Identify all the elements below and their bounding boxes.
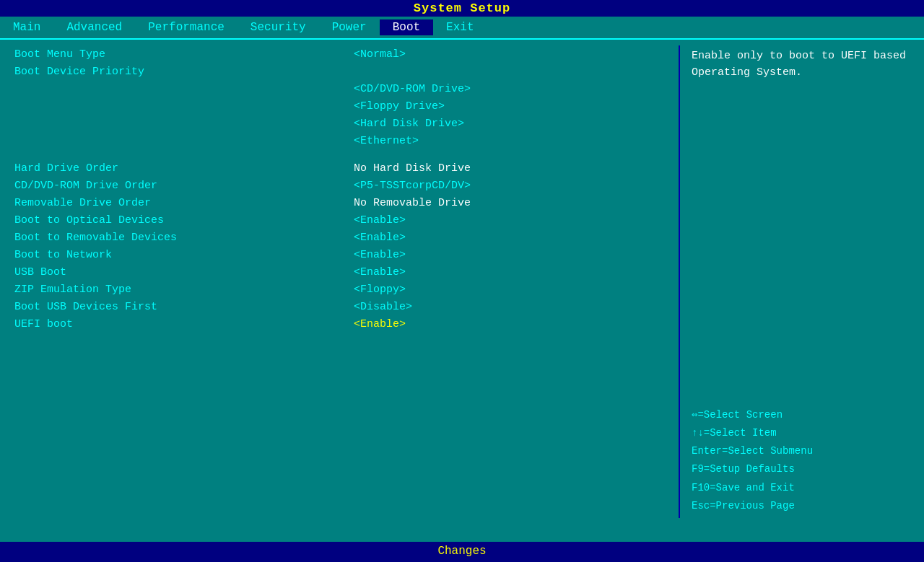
setting-label-row-15: UEFI boot	[14, 318, 346, 334]
key-help-item: ↑↓=Select Item	[692, 424, 912, 442]
setting-value-13[interactable]: <Floppy>	[354, 284, 406, 296]
setting-label-row-2	[14, 83, 346, 99]
setting-value-5[interactable]: <Ethernet>	[354, 135, 419, 147]
left-panel: Boot Menu TypeBoot Device PriorityHard D…	[0, 40, 679, 524]
title-text: System Setup	[414, 1, 510, 15]
setting-value-row-9: <Enable>	[354, 214, 664, 230]
menu-bar: MainAdvancedPerformanceSecurityPowerBoot…	[0, 17, 924, 40]
setting-value-row-5: <Ethernet>	[354, 135, 664, 151]
menu-item-power[interactable]: Power	[319, 19, 380, 35]
setting-value-row-10: <Enable>	[354, 232, 664, 247]
key-help-item: F9=Setup Defaults	[692, 460, 912, 478]
setting-label-row-1: Boot Device Priority	[14, 66, 346, 82]
settings-labels: Boot Menu TypeBoot Device PriorityHard D…	[14, 48, 346, 515]
setting-value-row-14: <Disable>	[354, 301, 664, 317]
setting-label-14[interactable]: Boot USB Devices First	[14, 301, 157, 313]
setting-label-row-9: Boot to Optical Devices	[14, 214, 346, 230]
setting-value-row-4: <Hard Disk Drive>	[354, 118, 664, 133]
main-content: Boot Menu TypeBoot Device PriorityHard D…	[0, 40, 924, 524]
setting-label-10[interactable]: Boot to Removable Devices	[14, 232, 177, 244]
setting-label-row-10: Boot to Removable Devices	[14, 232, 346, 247]
setting-value-12[interactable]: <Enable>	[354, 266, 406, 278]
key-help-item: Esc=Previous Page	[692, 497, 912, 515]
setting-label-6[interactable]: Hard Drive Order	[14, 162, 118, 175]
setting-label-9[interactable]: Boot to Optical Devices	[14, 214, 164, 227]
setting-label-row-7: CD/DVD-ROM Drive Order	[14, 180, 346, 196]
setting-label-11[interactable]: Boot to Network	[14, 249, 112, 261]
setting-value-row-6: No Hard Disk Drive	[354, 162, 664, 178]
setting-value-7[interactable]: <P5-TSSTcorpCD/DV>	[354, 180, 471, 192]
setting-value-10[interactable]: <Enable>	[354, 232, 406, 244]
status-bar: Changes	[0, 542, 924, 562]
setting-value-row-15: <Enable>	[354, 318, 664, 334]
setting-label-12[interactable]: USB Boot	[14, 266, 66, 278]
setting-label-row-4	[14, 118, 346, 133]
key-help: ⇔=Select Screen↑↓=Select ItemEnter=Selec…	[692, 406, 912, 515]
key-help-item: F10=Save and Exit	[692, 479, 912, 497]
setting-label-1[interactable]: Boot Device Priority	[14, 66, 144, 78]
right-panel: Enable only to boot to UEFI based Operat…	[680, 40, 924, 524]
menu-item-main[interactable]: Main	[0, 19, 53, 35]
setting-value-8[interactable]: No Removable Drive	[354, 197, 471, 209]
settings-values: <Normal><CD/DVD-ROM Drive><Floppy Drive>…	[346, 48, 664, 515]
setting-value-row-11: <Enable>	[354, 249, 664, 265]
setting-value-2[interactable]: <CD/DVD-ROM Drive>	[354, 83, 471, 95]
menu-item-advanced[interactable]: Advanced	[53, 19, 135, 35]
setting-label-row-5	[14, 135, 346, 151]
setting-value-3[interactable]: <Floppy Drive>	[354, 100, 445, 113]
key-help-item: ⇔=Select Screen	[692, 406, 912, 424]
menu-item-performance[interactable]: Performance	[135, 19, 237, 35]
help-description: Enable only to boot to UEFI based Operat…	[692, 48, 912, 81]
setting-value-15[interactable]: <Enable>	[354, 318, 406, 330]
setting-label-row-12: USB Boot	[14, 266, 346, 282]
menu-item-exit[interactable]: Exit	[433, 19, 487, 35]
setting-value-row-7: <P5-TSSTcorpCD/DV>	[354, 180, 664, 196]
setting-label-13[interactable]: ZIP Emulation Type	[14, 284, 131, 296]
setting-label-row-0: Boot Menu Type	[14, 48, 346, 64]
setting-value-14[interactable]: <Disable>	[354, 301, 412, 313]
title-bar: System Setup	[0, 0, 924, 17]
setting-label-row-11: Boot to Network	[14, 249, 346, 265]
spacer-5	[14, 152, 346, 162]
setting-label-row-6: Hard Drive Order	[14, 162, 346, 178]
setting-label-row-14: Boot USB Devices First	[14, 301, 346, 317]
setting-value-row-0: <Normal>	[354, 48, 664, 64]
setting-value-9[interactable]: <Enable>	[354, 214, 406, 227]
setting-label-row-3	[14, 100, 346, 116]
value-spacer-5	[354, 152, 664, 162]
setting-value-row-1	[354, 66, 664, 82]
setting-value-row-2: <CD/DVD-ROM Drive>	[354, 83, 664, 99]
setting-label-row-8: Removable Drive Order	[14, 197, 346, 213]
setting-label-15[interactable]: UEFI boot	[14, 318, 73, 330]
menu-item-boot[interactable]: Boot	[380, 19, 433, 35]
setting-label-7[interactable]: CD/DVD-ROM Drive Order	[14, 180, 157, 192]
setting-value-4[interactable]: <Hard Disk Drive>	[354, 118, 464, 130]
setting-value-row-12: <Enable>	[354, 266, 664, 282]
key-help-item: Enter=Select Submenu	[692, 442, 912, 460]
status-text: Changes	[437, 545, 486, 558]
setting-label-0[interactable]: Boot Menu Type	[14, 48, 105, 61]
setting-value-row-3: <Floppy Drive>	[354, 100, 664, 116]
setting-value-row-8: No Removable Drive	[354, 197, 664, 213]
setting-label-8[interactable]: Removable Drive Order	[14, 197, 151, 209]
menu-item-security[interactable]: Security	[237, 19, 319, 35]
setting-value-0[interactable]: <Normal>	[354, 48, 406, 61]
setting-label-row-13: ZIP Emulation Type	[14, 284, 346, 299]
setting-value-row-13: <Floppy>	[354, 284, 664, 299]
setting-value-6[interactable]: No Hard Disk Drive	[354, 162, 471, 175]
setting-value-11[interactable]: <Enable>	[354, 249, 406, 261]
